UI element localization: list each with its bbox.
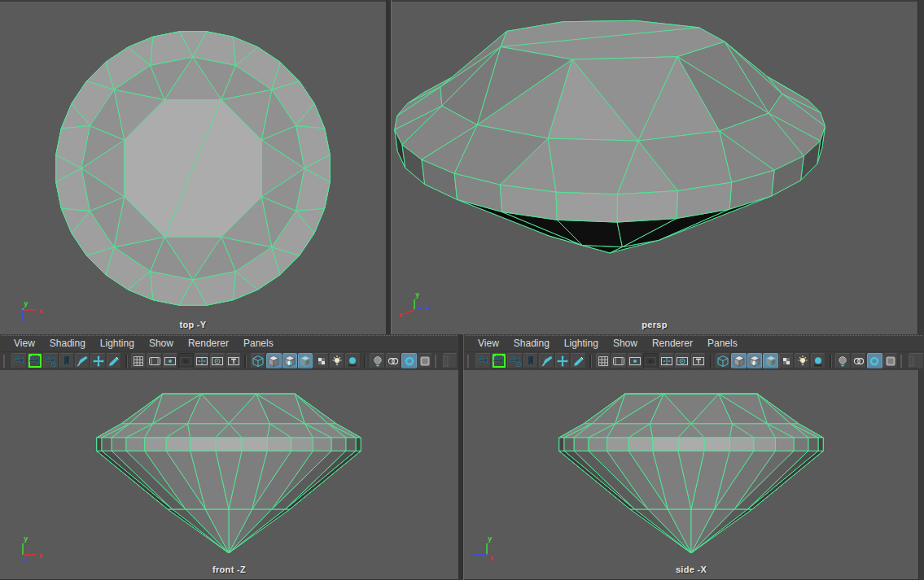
menu-lighting[interactable]: Lighting (557, 338, 606, 349)
viewport-side[interactable]: yzx side -X (464, 370, 918, 580)
toolbar-button-safe-title[interactable] (691, 353, 707, 368)
toolbar-button-clipped[interactable] (443, 353, 458, 368)
maya-workspace: xzy top -Y yxz persp ViewShadingLighting… (0, 0, 924, 580)
toolbar-button-default-material[interactable] (779, 353, 795, 368)
menu-shading[interactable]: Shading (506, 338, 557, 349)
toolbar-button-default-material[interactable] (313, 353, 328, 368)
toolbar-button-resolution-gate[interactable] (163, 353, 177, 368)
select-camera-icon (477, 355, 490, 368)
toolbar-button-pan-zoom[interactable] (555, 353, 571, 368)
menu-renderer[interactable]: Renderer (181, 338, 236, 349)
toolbar-button-shadows[interactable] (811, 353, 826, 368)
menu-panels[interactable]: Panels (236, 338, 281, 349)
toolbar-button-gate-mask[interactable] (643, 353, 659, 368)
image-plane-icon (541, 355, 554, 368)
toolbar-button-grease-pencil[interactable] (107, 353, 121, 368)
diamond-render-top (0, 2, 386, 334)
toolbar-button-grid[interactable] (596, 353, 611, 368)
toolbar-button-plugin-shapes[interactable] (418, 353, 432, 368)
toolbar-button-bookmarks[interactable] (523, 353, 539, 368)
toolbar-button-bookmarks[interactable] (59, 353, 74, 368)
toolbar-button-select-camera[interactable] (11, 353, 26, 368)
viewport-canvas-front[interactable] (0, 370, 458, 580)
toolbar-button-x-ray[interactable] (835, 353, 851, 368)
toolbar-button-field-chart[interactable] (195, 353, 209, 368)
shadows-icon (812, 355, 825, 368)
toolbar-button-wireframe-on-shaded[interactable] (763, 353, 778, 368)
toolbar-button-image-plane[interactable] (75, 353, 90, 368)
toolbar-button-lock-camera[interactable] (28, 353, 42, 368)
toolbar-button-textured[interactable] (747, 353, 763, 368)
toolbar-button-plugin-shapes[interactable] (883, 353, 899, 368)
toolbar-button-film-gate[interactable] (147, 353, 161, 368)
menu-lighting[interactable]: Lighting (93, 338, 142, 349)
clipped-icon (444, 355, 457, 368)
plugin-shapes-icon (884, 355, 897, 368)
toolbar-button-lighting[interactable] (330, 353, 344, 368)
toolbar-button-lock-camera[interactable] (492, 353, 507, 368)
view-label-front: front -Z (0, 565, 458, 574)
toolbar-button-grease-pencil[interactable] (571, 353, 586, 368)
menu-panels[interactable]: Panels (700, 338, 745, 349)
pane-splitter-bottom[interactable] (458, 370, 464, 580)
toolbar-button-lighting[interactable] (795, 353, 810, 368)
grease-pencil-icon (572, 355, 585, 368)
toolbar-button-film-gate[interactable] (611, 353, 627, 368)
menu-show[interactable]: Show (606, 338, 645, 349)
toolbar-button-shadows[interactable] (345, 353, 360, 368)
toolbar-button-safe-action[interactable] (675, 353, 690, 368)
axis-z-label: z (426, 303, 430, 311)
toolbar-button-field-chart[interactable] (659, 353, 675, 368)
field-chart-icon (660, 355, 673, 368)
toolbar-button-shaded[interactable] (266, 353, 281, 368)
toolbar-button-clipped[interactable] (909, 353, 924, 368)
toolbar-button-x-ray[interactable] (370, 353, 384, 368)
viewport-persp[interactable]: yxz persp (392, 0, 917, 334)
menu-view[interactable]: View (471, 338, 506, 349)
menu-show[interactable]: Show (142, 338, 181, 349)
menu-shading[interactable]: Shading (42, 338, 93, 349)
toolbar-button-safe-action[interactable] (210, 353, 225, 368)
safe-title-icon (227, 355, 240, 368)
toolbar-button-x-ray-joints[interactable] (386, 353, 401, 368)
viewport-canvas-side[interactable] (464, 370, 918, 580)
toolbar-button-textured[interactable] (282, 353, 297, 368)
pane-splitter-top[interactable] (386, 0, 392, 334)
toolbar-button-select-camera[interactable] (475, 353, 491, 368)
right-edge-strip-bottom (918, 370, 924, 580)
axis-y-label: y (415, 290, 420, 299)
viewport-canvas-persp[interactable] (392, 2, 917, 334)
menu-renderer[interactable]: Renderer (645, 338, 700, 349)
wireframe-icon (252, 355, 265, 368)
pane-splitter-middle[interactable] (458, 334, 464, 370)
toolbar-button-gate-mask[interactable] (178, 353, 193, 368)
view-label-top: top -Y (0, 320, 386, 329)
toolbar-button-camera-attributes[interactable] (43, 353, 58, 368)
toolbar-button-isolate-select[interactable] (867, 353, 882, 368)
pan-zoom-icon (92, 355, 105, 368)
toolbar-button-grid[interactable] (131, 353, 146, 368)
toolbar-button-resolution-gate[interactable] (628, 353, 643, 368)
toolbar-button-x-ray-joints[interactable] (852, 353, 867, 368)
isolate-select-icon (403, 355, 416, 368)
viewport-canvas-top[interactable] (0, 2, 386, 334)
toolbar-button-camera-attributes[interactable] (507, 353, 523, 368)
toolbar-button-pan-zoom[interactable] (90, 353, 105, 368)
view-label-side: side -X (464, 565, 918, 574)
toolbar-button-wireframe[interactable] (251, 353, 265, 368)
toolbar-button-wireframe[interactable] (716, 353, 731, 368)
x-ray-icon (836, 355, 849, 368)
toolbar-button-isolate-select[interactable] (401, 353, 416, 368)
menu-view[interactable]: View (7, 338, 42, 349)
toolbar-separator (828, 355, 834, 368)
diamond-render-front (0, 370, 458, 580)
toolbar-separator (243, 355, 248, 368)
shaded-icon (733, 355, 746, 368)
toolbar-button-wireframe-on-shaded[interactable] (298, 353, 313, 368)
toolbar-button-image-plane[interactable] (539, 353, 554, 368)
safe-title-icon (692, 355, 705, 368)
viewport-top[interactable]: xzy top -Y (0, 0, 386, 334)
toolbar-button-shaded[interactable] (731, 353, 747, 368)
viewport-front[interactable]: yxz front -Z (0, 370, 458, 580)
toolbar-button-safe-title[interactable] (226, 353, 241, 368)
